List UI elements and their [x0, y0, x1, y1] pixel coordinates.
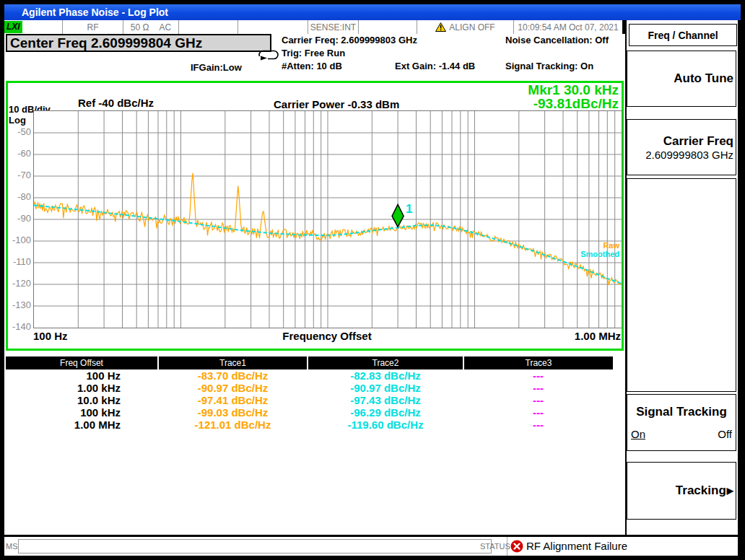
- status-cell-empty-1: [179, 20, 238, 34]
- center-freq-text: Center Freq 2.609999804 GHz: [10, 35, 202, 51]
- menu-title-text: Freq / Channel: [648, 30, 718, 41]
- y-tick-label: -140: [8, 321, 31, 332]
- datetime-label: 10:09:54 AM Oct 07, 2021: [518, 22, 618, 32]
- y-tick-label: -130: [8, 299, 31, 310]
- cell-trace1: -90.97 dBc/Hz: [158, 382, 308, 394]
- carrier-power-label: Carrier Power -0.33 dBm: [274, 98, 399, 110]
- status-message: RF Alignment Failure: [526, 540, 627, 552]
- status-label: STATUS: [480, 542, 510, 551]
- y-tick-label: -70: [8, 170, 31, 180]
- cell-trace3: ---: [463, 369, 613, 382]
- instrument-status-bar: LXI RF 50 Ω AC SENSE:INT ALIGN OFF 10:09…: [4, 20, 622, 34]
- graph-panel: Mkr1 30.0 kHz -93.81dBc/Hz 10 dB/div Log…: [6, 81, 624, 351]
- ref-level-label: Ref -40 dBc/Hz: [78, 97, 154, 109]
- cell-freq-offset: 1.00 kHz: [6, 382, 158, 394]
- screen: { "window": { "title": "Agilent Phase No…: [0, 0, 745, 560]
- trigger-annotation: Trig: Free Run: [282, 48, 345, 58]
- rf-label: RF: [87, 22, 99, 32]
- signal-tracking-off-option[interactable]: Off: [718, 428, 732, 440]
- blank-softkey: [627, 178, 736, 392]
- softkey-menu-title: Freq / Channel: [629, 24, 737, 46]
- x-start-label: 100 Hz: [33, 330, 68, 342]
- col-header-trace2: Trace2: [308, 356, 463, 369]
- tracking-label: Tracking: [676, 484, 726, 498]
- atten-annotation: #Atten: 10 dB: [282, 61, 342, 71]
- sense-label: SENSE:INT: [310, 22, 356, 32]
- signal-tracking-on-option[interactable]: On: [631, 428, 645, 440]
- cell-trace1: -97.41 dBc/Hz: [158, 394, 308, 406]
- cell-trace3: ---: [463, 394, 613, 406]
- cell-freq-offset: 100 Hz: [6, 369, 158, 382]
- cell-trace2: -97.43 dBc/Hz: [308, 394, 463, 406]
- tracking-menu-button[interactable]: Tracking ▶: [627, 462, 736, 520]
- x-axis-labels: 100 Hz Frequency Offset 1.00 MHz: [33, 330, 621, 344]
- status-cell-input: 50 Ω AC: [123, 20, 179, 34]
- lxi-badge: LXI: [4, 21, 22, 33]
- cell-freq-offset: 10.0 kHz: [6, 394, 158, 406]
- status-cell-sense: SENSE:INT: [308, 20, 359, 34]
- title-bar: Agilent Phase Noise - Log Plot: [4, 4, 741, 20]
- cell-trace1: -121.01 dBc/Hz: [158, 419, 308, 431]
- status-cell-align: ALIGN OFF: [417, 20, 514, 34]
- table-row: 10.0 kHz-97.41 dBc/Hz-97.43 dBc/Hz---: [6, 394, 613, 406]
- footer-bar: MSG STATUS RF Alignment Failure: [4, 535, 738, 556]
- auto-tune-button[interactable]: Auto Tune: [627, 51, 736, 107]
- active-function-readout: Center Freq 2.609999804 GHz: [6, 34, 271, 52]
- table-row: 100 Hz-83.70 dBc/Hz-82.83 dBc/Hz---: [6, 369, 613, 382]
- status-cell-empty-2: [238, 20, 308, 34]
- carrier-freq-value: 2.609999803 GHz: [645, 149, 733, 161]
- table-row: 100 kHz-99.03 dBc/Hz-96.29 dBc/Hz---: [6, 406, 613, 419]
- col-header-freq-offset: Freq Offset: [6, 356, 158, 369]
- signal-tracking-button[interactable]: Signal Tracking On Off: [627, 394, 736, 451]
- y-tick-label: -110: [8, 256, 31, 267]
- decade-table: Freq Offset Trace1 Trace2 Trace3 100 Hz-…: [6, 356, 613, 431]
- marker-level-readout: -93.81dBc/Hz: [528, 97, 619, 110]
- x-end-label: 1.00 MHz: [575, 330, 621, 342]
- window-title: Agilent Phase Noise - Log Plot: [22, 6, 168, 18]
- y-tick-label: -50: [8, 126, 31, 137]
- marker-1-diamond[interactable]: [392, 204, 404, 227]
- cell-trace1: -99.03 dBc/Hz: [158, 406, 308, 419]
- status-cell-empty-3: [359, 20, 417, 34]
- status-cell-rf: RF: [63, 20, 123, 34]
- auto-tune-label: Auto Tune: [674, 71, 733, 86]
- coupling-label: AC: [159, 22, 171, 32]
- col-header-trace1: Trace1: [158, 356, 308, 369]
- cell-trace3: ---: [463, 419, 613, 431]
- decade-table-body: 100 Hz-83.70 dBc/Hz-82.83 dBc/Hz---1.00 …: [6, 369, 613, 431]
- y-tick-label: -60: [8, 148, 31, 159]
- table-row: 1.00 MHz-121.01 dBc/Hz-119.60 dBc/Hz---: [6, 419, 613, 431]
- cell-trace2: -90.97 dBc/Hz: [308, 382, 463, 394]
- cell-trace2: -96.29 dBc/Hz: [308, 406, 463, 419]
- signal-tracking-label: Signal Tracking: [629, 405, 733, 419]
- signal-tracking-annotation: Signal Tracking: On: [505, 61, 593, 71]
- status-cell-lxi: LXI: [4, 20, 63, 34]
- carrier-freq-annotation: Carrier Freq: 2.609999803 GHz: [282, 35, 417, 45]
- continuous-sweep-icon: [257, 50, 280, 62]
- cell-trace3: ---: [463, 382, 613, 394]
- cell-freq-offset: 1.00 MHz: [6, 419, 158, 431]
- scale-type-label: Log: [9, 115, 26, 126]
- cell-trace3: ---: [463, 406, 613, 419]
- carrier-freq-label: Carrier Freq: [663, 134, 733, 149]
- marker-readout: Mkr1 30.0 kHz -93.81dBc/Hz: [528, 83, 619, 110]
- x-axis-title: Frequency Offset: [282, 330, 371, 342]
- ext-gain-annotation: Ext Gain: -1.44 dB: [395, 61, 475, 71]
- cell-freq-offset: 100 kHz: [6, 406, 158, 419]
- y-tick-label: -120: [8, 278, 31, 289]
- y-tick-label: -80: [8, 191, 31, 202]
- submenu-arrow-icon: ▶: [727, 486, 733, 496]
- y-tick-label: -90: [8, 213, 31, 224]
- marker-freq-readout: Mkr1 30.0 kHz: [528, 83, 619, 97]
- raw-trace-label: Raw: [603, 241, 619, 250]
- phase-noise-plot: 1: [33, 110, 622, 328]
- warning-triangle-icon: [435, 22, 446, 32]
- marker-1-number: 1: [406, 202, 412, 216]
- y-tick-label: -100: [8, 235, 31, 245]
- cell-trace2: -82.83 dBc/Hz: [308, 369, 463, 382]
- decade-table-header-row: Freq Offset Trace1 Trace2 Trace3: [6, 356, 613, 369]
- status-cell-datetime: 10:09:54 AM Oct 07, 2021: [514, 20, 622, 34]
- align-status-label: ALIGN OFF: [449, 22, 495, 32]
- carrier-freq-button[interactable]: Carrier Freq 2.609999803 GHz: [627, 119, 736, 175]
- col-header-trace3: Trace3: [463, 356, 613, 369]
